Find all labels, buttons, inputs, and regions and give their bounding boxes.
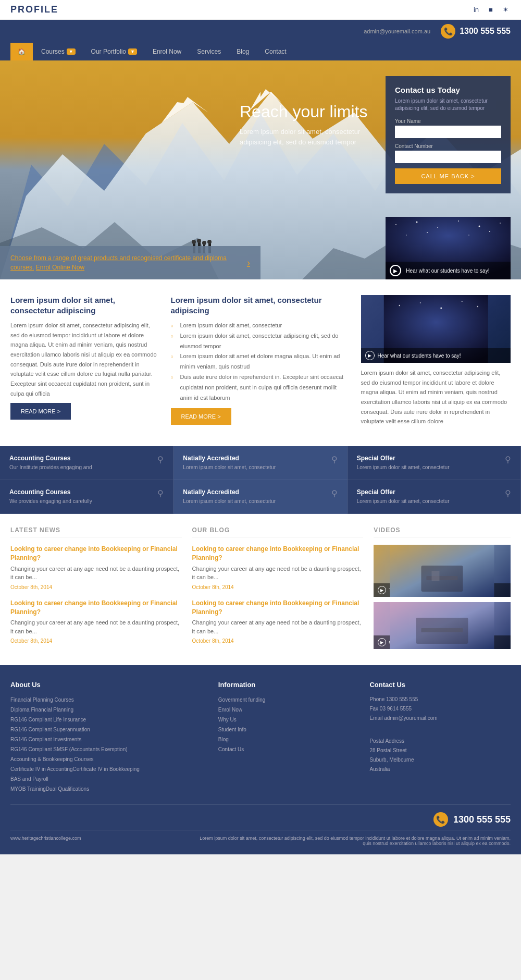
video-thumb-2[interactable]: ▶ Career options in Financial Planning! bbox=[374, 602, 511, 649]
nav-courses[interactable]: Courses ▼ bbox=[34, 43, 83, 60]
feature-title: Special Offer bbox=[357, 455, 450, 462]
nav-portfolio[interactable]: Our Portfolio ▼ bbox=[84, 43, 144, 60]
feature-desc: Lorem ipsum dolor sit amet, consectetur bbox=[183, 464, 276, 471]
blog-col: OUR BLOG Looking to career change into B… bbox=[192, 526, 364, 653]
footer-link[interactable]: Financial Planning Courses bbox=[10, 695, 208, 705]
hero-section: Reach your limits Lorem ipsum dolor sit … bbox=[0, 60, 521, 279]
hero-arrow-icon[interactable]: › bbox=[247, 258, 250, 268]
footer-link[interactable]: RG146 Compliant Investments bbox=[10, 734, 208, 744]
footer-link[interactable]: Accounting & Bookkeeping Courses bbox=[10, 754, 208, 764]
footer-link[interactable]: Student Info bbox=[218, 725, 359, 734]
videos-col: VIDEOS ▶ Thinking of studying onli bbox=[374, 526, 511, 653]
footer-contact-email: Email admin@youremail.com bbox=[369, 714, 511, 723]
twitter-icon[interactable]: ✶ bbox=[500, 5, 511, 15]
nav-services[interactable]: Services bbox=[190, 43, 228, 60]
blog-item-title[interactable]: Looking to career change into Bookkeepin… bbox=[192, 599, 364, 617]
footer-contact-phone: Phone 1300 555 555 bbox=[369, 695, 511, 704]
feature-desc: We provides engaging and carefully bbox=[9, 498, 92, 505]
name-input[interactable] bbox=[395, 126, 501, 138]
facebook-icon[interactable]: ■ bbox=[486, 5, 496, 15]
svg-point-30 bbox=[461, 301, 462, 302]
feature-desc: Lorem ipsum dolor sit amet, consectetur bbox=[357, 464, 450, 471]
news-item-title[interactable]: Looking to career change into Bookkeepin… bbox=[10, 599, 182, 617]
news-item-body: Changing your career at any age need not… bbox=[10, 565, 182, 582]
footer: About Us Financial Planning Courses Dipl… bbox=[0, 665, 521, 854]
nav-contact[interactable]: Contact bbox=[257, 43, 293, 60]
logo: PROFILE bbox=[10, 4, 58, 15]
footer-link[interactable]: Why Us bbox=[218, 715, 359, 725]
main-video-label: ▶ Hear what our students have to say! bbox=[361, 348, 511, 363]
enrol-link[interactable]: Enrol Online Now bbox=[36, 264, 84, 271]
feature-icon: ⚲ bbox=[331, 455, 338, 464]
read-more-dark-button[interactable]: READ MORE > bbox=[10, 403, 71, 420]
footer-link[interactable]: Blog bbox=[218, 734, 359, 744]
video-thumb-1[interactable]: ▶ Thinking of studying online? bbox=[374, 545, 511, 597]
vt1-bg bbox=[374, 545, 511, 597]
news-section-title: LATEST NEWS bbox=[10, 526, 182, 537]
svg-point-20 bbox=[479, 226, 480, 227]
col1-body: Lorem ipsum dolor sit amet, consectetur … bbox=[10, 321, 160, 399]
nav-enrol[interactable]: Enrol Now bbox=[145, 43, 189, 60]
feature-title: Special Offer bbox=[357, 488, 450, 496]
news-item: Looking to career change into Bookkeepin… bbox=[10, 545, 182, 591]
svg-point-23 bbox=[427, 232, 428, 233]
call-back-button[interactable]: CALL ME BACK > bbox=[395, 168, 501, 184]
footer-link[interactable]: Contact Us bbox=[218, 744, 359, 754]
col1-title: Lorem ipsum dolor sit amet, consectetur … bbox=[10, 295, 160, 315]
nav-home[interactable]: 🏠 bbox=[10, 43, 33, 60]
feature-title: Natially Accredited bbox=[183, 488, 276, 496]
svg-point-29 bbox=[440, 308, 442, 309]
svg-rect-34 bbox=[427, 576, 458, 580]
blog-item-date: October 8th, 2014 bbox=[192, 584, 234, 590]
feature-item[interactable]: Accounting Courses We provides engaging … bbox=[0, 480, 173, 514]
feature-item[interactable]: Special Offer Lorem ipsum dolor sit amet… bbox=[348, 480, 521, 514]
footer-bottom: www.heritagechristiancollege.com Lorem i… bbox=[10, 830, 511, 846]
footer-grid: About Us Financial Planning Courses Dipl… bbox=[10, 681, 511, 794]
col3-body: Lorem ipsum dolor sit amet, consectetur … bbox=[361, 368, 511, 426]
main-video-thumb[interactable]: ▶ Hear what our students have to say! bbox=[361, 295, 511, 363]
read-more-orange-button[interactable]: READ MORE > bbox=[171, 408, 231, 425]
svg-rect-38 bbox=[421, 628, 463, 632]
feature-item[interactable]: Special Offer Lorem ipsum dolor sit amet… bbox=[348, 446, 521, 480]
footer-link[interactable]: RG146 Compliant Superannuation bbox=[10, 725, 208, 734]
footer-link[interactable]: BAS and Payroll bbox=[10, 774, 208, 784]
footer-link[interactable]: RG146 Compliant Life Insurance bbox=[10, 715, 208, 725]
linkedin-icon[interactable]: in bbox=[471, 5, 481, 15]
feature-icon: ⚲ bbox=[157, 488, 164, 498]
feature-icon: ⚲ bbox=[505, 488, 511, 498]
svg-point-25 bbox=[489, 231, 490, 232]
hero-text: Reach your limits Lorem ipsum dolor sit … bbox=[240, 102, 375, 147]
feature-item-highlighted[interactable]: Natially Accredited Lorem ipsum dolor si… bbox=[173, 480, 347, 514]
hero-banner: Choose from a range of great products an… bbox=[0, 246, 260, 279]
svg-point-14 bbox=[207, 240, 212, 244]
footer-link[interactable]: Enrol Now bbox=[218, 705, 359, 715]
videos-section-title: VIDEOS bbox=[374, 526, 511, 537]
hero-title: Reach your limits bbox=[240, 102, 375, 121]
footer-phone-icon: 📞 bbox=[433, 812, 448, 827]
main-play-icon[interactable]: ▶ bbox=[365, 351, 375, 360]
blog-item-body: Changing your career at any age need not… bbox=[192, 618, 364, 635]
footer-postal-label: Postal Address bbox=[369, 737, 511, 746]
footer-phone-number: 1300 555 555 bbox=[453, 814, 511, 825]
main-col3: ▶ Hear what our students have to say! Lo… bbox=[361, 295, 511, 431]
footer-link[interactable]: RG146 Compliant SMSF (Accountants Exempt… bbox=[10, 744, 208, 754]
footer-link[interactable]: Certificate IV in AccountingCertificate … bbox=[10, 764, 208, 774]
name-label: Your Name bbox=[395, 118, 501, 124]
news-item-title[interactable]: Looking to career change into Bookkeepin… bbox=[10, 545, 182, 562]
nav-bar: 🏠 Courses ▼ Our Portfolio ▼ Enrol Now Se… bbox=[0, 43, 521, 60]
footer-tagline: www.heritagechristiancollege.com bbox=[10, 836, 81, 846]
phone-input[interactable] bbox=[395, 151, 501, 163]
blog-item-body: Changing your career at any age need not… bbox=[192, 565, 364, 582]
feature-desc: Our Institute provides engaging and bbox=[9, 464, 92, 471]
feature-item[interactable]: Accounting Courses Our Institute provide… bbox=[0, 446, 173, 480]
phone-icon: 📞 bbox=[441, 24, 455, 39]
footer-link[interactable]: MYOB TrainingDual Qualifications bbox=[10, 784, 208, 794]
footer-link[interactable]: Diploma Financial Planning bbox=[10, 705, 208, 715]
feature-item-highlighted[interactable]: Natially Accredited Lorem ipsum dolor si… bbox=[173, 446, 347, 480]
footer-copyright: Lorem ipsum dolor sit amet, consectetur … bbox=[198, 836, 511, 846]
play-icon[interactable]: ▶ bbox=[390, 265, 401, 276]
blog-item-title[interactable]: Looking to career change into Bookkeepin… bbox=[192, 545, 364, 562]
video-thumbnail[interactable]: ▶ Hear what our students have to say! bbox=[386, 217, 511, 279]
nav-blog[interactable]: Blog bbox=[229, 43, 256, 60]
footer-link[interactable]: Government funding bbox=[218, 695, 359, 705]
